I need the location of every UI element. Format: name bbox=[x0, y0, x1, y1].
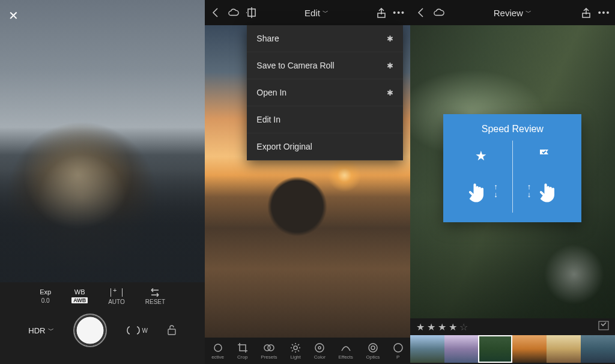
review-bottom-bar: ★ ★ ★ ★ ☆ bbox=[410, 318, 615, 364]
panel-divider bbox=[512, 141, 513, 213]
tool-effects[interactable]: Effects bbox=[339, 342, 353, 360]
thumbnail-selected[interactable] bbox=[478, 335, 512, 363]
thumbnail[interactable] bbox=[547, 335, 581, 363]
thumbnail[interactable] bbox=[512, 335, 547, 363]
star-icon[interactable]: ★ bbox=[427, 321, 435, 333]
reset-icon bbox=[150, 288, 160, 297]
back-button[interactable] bbox=[415, 7, 427, 19]
gear-icon[interactable]: ✱ bbox=[387, 88, 393, 97]
chevron-down-icon: ﹀ bbox=[526, 8, 532, 17]
chevron-down-icon: ﹀ bbox=[323, 8, 329, 17]
menu-item-label: Save to Camera Roll bbox=[256, 61, 334, 70]
mode-title: Review bbox=[494, 8, 523, 18]
star-icon[interactable]: ★ bbox=[416, 321, 425, 333]
exposure-control[interactable]: Exp 0.0 bbox=[40, 288, 51, 305]
star-icon[interactable]: ★ bbox=[449, 321, 457, 333]
tool-more[interactable]: P bbox=[393, 342, 404, 360]
lens-icon bbox=[126, 326, 141, 335]
svg-point-9 bbox=[315, 344, 324, 352]
camera-control-bar: Exp 0.0 WB AWB AUTO RESET HDR ﹀ bbox=[0, 282, 205, 364]
share-button[interactable] bbox=[580, 7, 592, 19]
svg-point-12 bbox=[371, 346, 375, 350]
tool-label: P bbox=[396, 354, 399, 360]
cloud-icon[interactable] bbox=[433, 7, 445, 19]
mode-selector[interactable]: Review ﹀ bbox=[494, 8, 532, 18]
crop-frame-icon[interactable] bbox=[246, 7, 258, 19]
reset-label: RESET bbox=[145, 299, 165, 305]
mode-selector[interactable]: Edit ﹀ bbox=[304, 8, 329, 18]
edit-screen: Edit ﹀ ••• Share ✱ Save to Camera Roll ✱… bbox=[205, 0, 410, 364]
tool-crop[interactable]: Crop bbox=[237, 342, 248, 360]
rating-bar[interactable]: ★ ★ ★ ★ ☆ bbox=[410, 318, 615, 335]
star-empty-icon[interactable]: ☆ bbox=[459, 321, 468, 333]
svg-point-7 bbox=[268, 345, 274, 351]
svg-point-11 bbox=[369, 344, 377, 352]
tool-color[interactable]: Color bbox=[314, 342, 326, 360]
flag-toggle[interactable] bbox=[598, 321, 609, 333]
share-button[interactable] bbox=[375, 7, 387, 19]
hdr-label: HDR bbox=[28, 326, 45, 335]
speed-review-rate-gesture: ★ ↑↓ bbox=[450, 141, 511, 213]
bracket-value: AUTO bbox=[108, 299, 125, 305]
more-button[interactable]: ••• bbox=[598, 7, 610, 19]
cloud-icon[interactable] bbox=[228, 7, 240, 19]
close-button[interactable]: ✕ bbox=[8, 8, 19, 23]
star-icon[interactable]: ★ bbox=[438, 321, 446, 333]
flag-check-icon bbox=[538, 148, 551, 164]
svg-point-8 bbox=[294, 346, 297, 350]
star-icon: ★ bbox=[475, 148, 487, 164]
thumbnail[interactable] bbox=[581, 335, 615, 363]
gear-icon[interactable]: ✱ bbox=[387, 34, 393, 43]
tool-label: Light bbox=[290, 354, 300, 360]
edit-topbar: Edit ﹀ ••• bbox=[205, 0, 410, 25]
gear-icon[interactable]: ✱ bbox=[387, 61, 393, 70]
swipe-hand-icon bbox=[535, 179, 561, 205]
tool-label: Optics bbox=[366, 354, 380, 360]
share-menu-item[interactable]: Open In ✱ bbox=[247, 79, 403, 106]
speed-review-title: Speed Review bbox=[482, 124, 544, 135]
tool-label: ective bbox=[211, 354, 224, 360]
thumbnail[interactable] bbox=[410, 335, 444, 363]
review-topbar: Review ﹀ ••• bbox=[410, 0, 615, 25]
lock-icon[interactable] bbox=[167, 324, 177, 337]
wb-value: AWB bbox=[71, 297, 88, 303]
review-screen: Review ﹀ ••• Speed Review ★ ↑↓ bbox=[410, 0, 615, 364]
swipe-arrows-icon: ↑↓ bbox=[494, 183, 498, 198]
swipe-hand-icon bbox=[464, 179, 490, 205]
tool-presets[interactable]: Presets bbox=[261, 342, 277, 360]
svg-point-10 bbox=[318, 347, 321, 349]
tool-light[interactable]: Light bbox=[290, 342, 301, 360]
tool-label: Effects bbox=[339, 354, 353, 360]
camera-screen: ✕ Exp 0.0 WB AWB AUTO RESET bbox=[0, 0, 205, 364]
tool-optics[interactable]: Optics bbox=[366, 342, 380, 360]
shutter-button[interactable] bbox=[73, 314, 107, 347]
reset-control[interactable]: RESET bbox=[145, 288, 165, 305]
menu-item-label: Export Original bbox=[256, 142, 312, 151]
more-button[interactable]: ••• bbox=[393, 7, 405, 19]
bracket-icon bbox=[111, 288, 123, 297]
menu-item-label: Open In bbox=[256, 88, 286, 97]
swipe-arrows-icon: ↑↓ bbox=[527, 183, 532, 198]
bracket-control[interactable]: AUTO bbox=[108, 288, 125, 305]
lens-toggle[interactable]: W bbox=[126, 326, 148, 335]
lens-label: W bbox=[142, 327, 148, 334]
exposure-value: 0.0 bbox=[41, 297, 50, 304]
tool-selective[interactable]: ective bbox=[211, 342, 224, 360]
tool-label: Crop bbox=[237, 354, 247, 360]
chevron-down-icon: ﹀ bbox=[48, 326, 54, 335]
filmstrip[interactable] bbox=[410, 335, 615, 364]
white-balance-control[interactable]: WB AWB bbox=[71, 288, 88, 305]
share-menu-item[interactable]: Edit In bbox=[247, 106, 403, 133]
share-menu-item[interactable]: Save to Camera Roll ✱ bbox=[247, 52, 403, 79]
tool-label: Presets bbox=[261, 354, 277, 360]
share-menu: Share ✱ Save to Camera Roll ✱ Open In ✱ … bbox=[247, 25, 403, 160]
speed-review-flag-gesture: ↑↓ bbox=[514, 141, 575, 213]
svg-point-5 bbox=[214, 344, 222, 351]
wb-label: WB bbox=[74, 288, 85, 296]
edit-toolbar: ective Crop Presets Light Color Effects … bbox=[205, 338, 410, 364]
share-menu-item[interactable]: Share ✱ bbox=[247, 25, 403, 52]
thumbnail[interactable] bbox=[444, 335, 479, 363]
share-menu-item[interactable]: Export Original bbox=[247, 133, 403, 160]
back-button[interactable] bbox=[210, 7, 222, 19]
hdr-toggle[interactable]: HDR ﹀ bbox=[28, 326, 53, 335]
